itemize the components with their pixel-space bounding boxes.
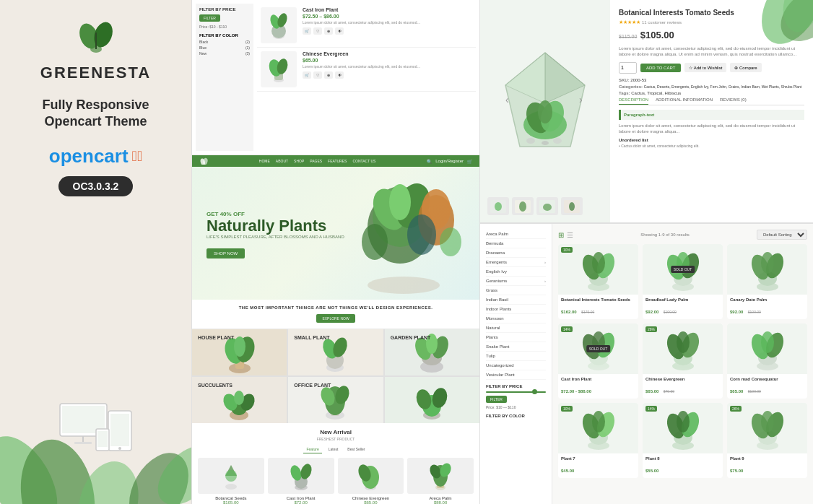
- svg-point-68: [225, 470, 237, 482]
- view-icon-sm[interactable]: 👁: [335, 27, 344, 35]
- category-succulents[interactable]: SUCCULENTS: [192, 377, 287, 423]
- category-garden-plant[interactable]: GARDEN PLANT: [385, 329, 479, 375]
- filter-button-preview[interactable]: FILTER: [199, 14, 220, 22]
- thumb-1[interactable]: [487, 197, 509, 215]
- product-card-image[interactable]: 14% SOLD OUT: [558, 323, 638, 374]
- card-price: $65.00: [730, 389, 743, 394]
- card-name: Plant 8: [645, 456, 720, 461]
- product-card: 14% Plant 8 $55.00: [643, 403, 723, 478]
- main-product-image: ‹ ›: [487, 7, 603, 191]
- badge-sold: SOLD OUT: [586, 345, 611, 352]
- device-icon-container: [56, 400, 136, 464]
- product-info-1: Cast Iron Plant $72.50 – $86.00 Lorem ip…: [303, 7, 472, 35]
- sidebar-cat-item[interactable]: Emergents: [486, 258, 546, 267]
- product-name-2: Chinese Evergreen: [303, 51, 472, 56]
- thumb-3[interactable]: [536, 197, 558, 215]
- sidebar-cat-item[interactable]: Indian Basil: [486, 295, 546, 305]
- product-name-1: Cast Iron Plant: [303, 7, 472, 12]
- sidebar-cat-item[interactable]: Areca Palm: [486, 230, 546, 239]
- sidebar-cat-item[interactable]: Vesicular Plant: [486, 370, 546, 380]
- svg-point-67: [225, 484, 237, 490]
- wishlist-btn[interactable]: ☆ Add to Wishlist: [684, 63, 726, 72]
- card-price-row: $75.00: [730, 462, 804, 475]
- product-card-image[interactable]: 10%: [558, 403, 638, 453]
- category-label-succulents: SUCCULENTS: [198, 383, 232, 388]
- sidebar-cat-item[interactable]: Bermuda: [486, 239, 546, 248]
- wishlist-icon-sm[interactable]: ♡: [313, 27, 322, 35]
- category-office-plant[interactable]: OFFICE PLANT: [288, 377, 383, 423]
- nav-home[interactable]: HOME: [259, 159, 270, 163]
- grid-view-icon[interactable]: ⊞: [558, 231, 564, 239]
- thumb-2[interactable]: [512, 197, 534, 215]
- sidebar-cat-item[interactable]: Indoor Plants: [486, 305, 546, 314]
- product-tabs: DESCRIPTION ADDITIONAL INFORMATION REVIE…: [619, 97, 804, 105]
- cart-icon-sm-2[interactable]: 🛒: [303, 71, 311, 79]
- compare-btn[interactable]: ⊕ Compare: [730, 63, 761, 72]
- opencart-text: opencart: [49, 145, 129, 168]
- qty-input[interactable]: [619, 62, 637, 74]
- compare-icon-sm-2[interactable]: ⊕: [324, 71, 333, 79]
- badge-sold: SOLD OUT: [671, 266, 695, 273]
- brand-name: GREENESTA: [40, 64, 151, 82]
- svg-point-100: [519, 201, 526, 212]
- opencart-logo: opencart ⌒̈: [49, 145, 142, 168]
- product-card-image[interactable]: SOLD OUT: [643, 244, 723, 295]
- wishlist-icon-sm-2[interactable]: ♡: [313, 71, 322, 79]
- sidebar-cat-item[interactable]: Geraniums: [486, 277, 546, 286]
- nav-about[interactable]: ABOUT: [276, 159, 288, 163]
- product-card-info: Broadleaf Lady Palm $92.00 $100.00: [643, 295, 723, 319]
- list-view-icon[interactable]: ☰: [567, 231, 573, 239]
- tab-additional-info[interactable]: ADDITIONAL INFORMATION: [656, 97, 713, 105]
- sidebar-cat-item[interactable]: Dracaena: [486, 248, 546, 258]
- filter-apply-btn[interactable]: FILTER: [486, 396, 507, 403]
- sidebar-cat-item[interactable]: Uncategorized: [486, 361, 546, 370]
- cart-icon-sm[interactable]: 🛒: [303, 27, 311, 35]
- tab-description[interactable]: DESCRIPTION: [619, 97, 648, 105]
- category-small-plant[interactable]: SMALL PLANT: [288, 329, 383, 375]
- product-card: 26% Chinese Evergreen $65.00 $70.00: [643, 323, 723, 399]
- product-card: 26% Plant 9 $75.00: [727, 403, 807, 478]
- sidebar-cat-item[interactable]: English Ivy: [486, 267, 546, 277]
- card-price-row: $55.00: [645, 462, 720, 475]
- sidebar-cat-item[interactable]: Plants: [486, 333, 546, 342]
- nav-shop[interactable]: SHOP: [294, 159, 304, 163]
- price-slider[interactable]: [486, 391, 546, 393]
- svg-point-144: [677, 411, 690, 433]
- tab-reviews[interactable]: REVIEWS (0): [720, 97, 747, 105]
- product-plant-svg: [661, 406, 705, 451]
- sidebar-cat-item[interactable]: Tulip: [486, 352, 546, 361]
- shop-sidebar: Areca PalmBermudaDracaenaEmergentsEnglis…: [480, 224, 552, 504]
- filter-color-title: FILTER BY COLOR: [199, 33, 250, 38]
- tab-latest[interactable]: Latest: [326, 446, 342, 453]
- explore-btn[interactable]: EXPLORE NOW: [316, 314, 355, 323]
- sidebar-cat-item[interactable]: Grass: [486, 286, 546, 295]
- product-main-svg: ‹ ›: [498, 45, 592, 154]
- sidebar-cat-item[interactable]: Snake Plant: [486, 342, 546, 352]
- add-to-cart-btn[interactable]: ADD TO CART: [640, 64, 681, 72]
- product-card-image[interactable]: 14%: [643, 403, 723, 453]
- product-card-image[interactable]: [727, 244, 807, 295]
- svg-point-98: [495, 202, 502, 211]
- card-price-row: $45.00: [561, 462, 635, 475]
- hero-shop-btn[interactable]: SHOP NOW: [206, 248, 245, 258]
- thumb-4[interactable]: [561, 197, 583, 215]
- shop-listing: Areca PalmBermudaDracaenaEmergentsEnglis…: [480, 224, 813, 504]
- product-card-image[interactable]: 10%: [558, 244, 638, 295]
- compare-icon-sm[interactable]: ⊕: [324, 27, 333, 35]
- tab-bestseller[interactable]: Best Seller: [344, 446, 368, 453]
- shop-toolbar: ⊞ ☰ Showing 1-9 of 30 results Default So…: [558, 230, 807, 240]
- view-icon-sm-2[interactable]: 👁: [335, 71, 344, 79]
- sidebar-categories: Areca PalmBermudaDracaenaEmergentsEnglis…: [486, 230, 546, 380]
- product-card-image[interactable]: 26%: [643, 323, 723, 374]
- sidebar-cat-item[interactable]: Monsoon: [486, 314, 546, 323]
- arrival-products: Botanical Seeds $105.00 Cast Iron Plant …: [198, 458, 474, 504]
- category-house-plant[interactable]: HOUSE PLANT: [192, 329, 287, 375]
- product-card-image[interactable]: [727, 323, 807, 374]
- sidebar-cat-item[interactable]: Natural: [486, 323, 546, 333]
- list-item: Cast Iron Plant $72.50 – $86.00 Lorem ip…: [257, 4, 476, 48]
- nav-pages[interactable]: PAGES: [310, 159, 322, 163]
- arrival-price-4: $88.00: [407, 500, 474, 504]
- sort-select[interactable]: Default Sorting: [757, 230, 807, 240]
- product-card-image[interactable]: 26%: [727, 403, 807, 453]
- tab-feature[interactable]: Feature: [303, 446, 321, 453]
